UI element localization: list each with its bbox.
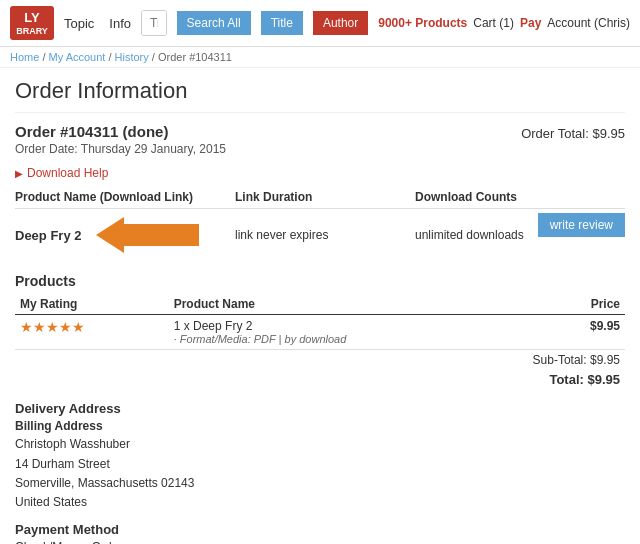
write-review-button[interactable]: write review (538, 213, 625, 237)
arrow-head (96, 217, 124, 253)
product-name-text[interactable]: Deep Fry 2 (15, 228, 81, 243)
download-help-link[interactable]: Download Help (15, 166, 625, 180)
breadcrumb: Home / My Account / History / Order #104… (0, 47, 640, 68)
logo[interactable]: LY BRARY (10, 6, 54, 40)
header: LY BRARY Topic Info Search All Title Aut… (0, 0, 640, 47)
cart-label[interactable]: Cart (1) (473, 16, 514, 30)
order-date: Order Date: Thursday 29 January, 2015 (15, 142, 625, 156)
products-table: My Rating Product Name Price ★★★★★ 1 x D… (15, 294, 625, 349)
arrow-body (124, 224, 199, 246)
logo-top-text: LY (24, 10, 39, 26)
main-content: Order Information Order #104311 (done) O… (0, 68, 640, 544)
payment-method: Check/Money Order (15, 540, 625, 544)
billing-label: Billing Address (15, 419, 625, 433)
search-all-button[interactable]: Search All (177, 11, 251, 35)
breadcrumb-current: Order #104311 (158, 51, 232, 63)
product-stars: ★★★★★ (15, 315, 169, 350)
product-name-product: 1 x Deep Fry 2 · Format/Media: PDF | by … (169, 315, 543, 350)
page-title: Order Information (15, 78, 625, 113)
link-duration-val: link never expires (235, 228, 415, 242)
author-button[interactable]: Author (313, 11, 368, 35)
order-section: Order #104311 (done) Order Date: Thursda… (15, 123, 625, 156)
download-arrow (96, 217, 199, 253)
delivery-section: Delivery Address Billing Address Christo… (15, 401, 625, 512)
product-format: · Format/Media: PDF | by download (174, 333, 538, 345)
breadcrumb-history[interactable]: History (115, 51, 149, 63)
address-name: Christoph Wasshuber (15, 435, 625, 454)
nav-topic[interactable]: Topic (64, 16, 94, 31)
nav-info[interactable]: Info (109, 16, 131, 31)
col-product-name: Product Name (Download Link) (15, 190, 235, 204)
col-price-header: Price (543, 294, 625, 315)
product-qty-name: 1 x Deep Fry 2 (174, 319, 538, 333)
product-row: Deep Fry 2 link never expires unlimited … (15, 209, 625, 261)
address-country: United States (15, 493, 625, 512)
total-value: $9.95 (587, 372, 620, 387)
product-price: $9.95 (543, 315, 625, 350)
search-input[interactable] (142, 11, 166, 35)
nav-links: Topic Info (64, 16, 131, 31)
address-city: Somerville, Massachusetts 02143 (15, 474, 625, 493)
order-total: Order Total: $9.95 (521, 126, 625, 141)
header-right: 9000+ Products Cart (1) Pay Account (Chr… (378, 16, 630, 30)
product-table-header: Product Name (Download Link) Link Durati… (15, 186, 625, 209)
col-download-counts: Download Counts (415, 190, 625, 204)
pay-link[interactable]: Pay (520, 16, 541, 30)
breadcrumb-home[interactable]: Home (10, 51, 39, 63)
search-bar (141, 10, 167, 36)
payment-title: Payment Method (15, 522, 625, 537)
col-my-rating: My Rating (15, 294, 169, 315)
download-counts-cell: unlimited downloads write review (415, 228, 625, 242)
delivery-title: Delivery Address (15, 401, 625, 416)
col-product-name-header: Product Name (169, 294, 543, 315)
products-section-title: Products (15, 273, 625, 289)
breadcrumb-my-account[interactable]: My Account (49, 51, 106, 63)
product-name-cell: Deep Fry 2 (15, 217, 235, 253)
table-row: ★★★★★ 1 x Deep Fry 2 · Format/Media: PDF… (15, 315, 625, 350)
total-label: Total: (549, 372, 583, 387)
total-row: Total: $9.95 (15, 370, 625, 389)
download-counts-val: unlimited downloads (415, 228, 524, 242)
account-link[interactable]: Account (Chris) (547, 16, 630, 30)
products-count: 9000+ Products (378, 16, 467, 30)
payment-section: Payment Method Check/Money Order (15, 522, 625, 544)
title-button[interactable]: Title (261, 11, 303, 35)
address-street: 14 Durham Street (15, 455, 625, 474)
star-rating: ★★★★★ (20, 319, 85, 335)
col-link-duration: Link Duration (235, 190, 415, 204)
subtotal-row: Sub-Total: $9.95 (15, 349, 625, 370)
logo-bottom-text: BRARY (16, 26, 48, 37)
